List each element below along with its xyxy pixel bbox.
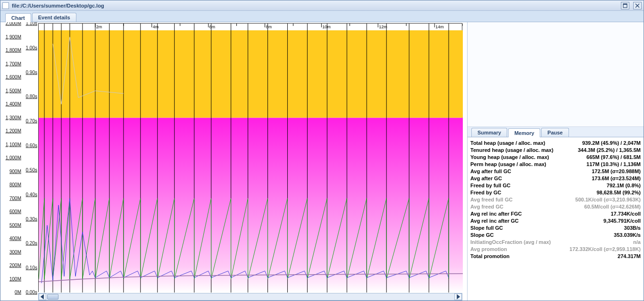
- y-mem-tick: 2,000M: [6, 22, 21, 26]
- y-mem-tick: 900M: [9, 168, 21, 174]
- y-time-tick: 0.50s: [26, 167, 37, 172]
- y-mem-tick: 1,500M: [6, 88, 21, 93]
- stat-row: Young heap (usage / alloc. max)665M (97.…: [470, 153, 641, 160]
- stat-row: Tenured heap (usage / alloc. max)344.3M …: [470, 146, 641, 153]
- tab-summary[interactable]: Summary: [471, 128, 507, 137]
- y-mem-tick: 500M: [9, 222, 21, 227]
- y-mem-tick: 1,700M: [6, 61, 21, 66]
- memory-stats-body: Total heap (usage / alloc. max)939.2M (4…: [468, 137, 644, 301]
- side-tabs: Summary Memory Pause: [468, 127, 644, 137]
- stat-row: Freed by GC98,628.5M (99.2%): [470, 189, 641, 196]
- stat-label: Freed by GC: [470, 190, 501, 195]
- y-mem-tick: 600M: [9, 209, 21, 214]
- y-axis-time: 0.00s0.10s0.20s0.30s0.40s0.50s0.60s0.70s…: [22, 22, 38, 292]
- y-mem-tick: 1,400M: [6, 101, 21, 107]
- chart-pane: 0M100M200M300M400M500M600M700M800M900M1,…: [0, 22, 468, 301]
- stat-row: Slope full GC303B/s: [470, 224, 641, 231]
- svg-text:14m: 14m: [435, 25, 444, 29]
- stat-label: Freed by full GC: [470, 183, 510, 188]
- y-mem-tick: 800M: [9, 182, 21, 187]
- stat-label: Avg freed full GC: [470, 197, 512, 202]
- app-window: file:/C:/Users/summer/Desktop/gc.log Cha…: [0, 0, 644, 301]
- chart-body: 0M100M200M300M400M500M600M700M800M900M1,…: [0, 22, 467, 301]
- y-mem-tick: 100M: [9, 276, 21, 281]
- y-mem-tick: 1,200M: [6, 128, 21, 134]
- stat-label: InitiatingOccFraction (avg / max): [470, 239, 551, 245]
- stat-row: Freed by full GC792.1M (0.8%): [470, 182, 641, 189]
- y-mem-tick: 700M: [9, 195, 21, 201]
- svg-text:6m: 6m: [209, 25, 216, 29]
- tab-pause[interactable]: Pause: [541, 128, 569, 137]
- y-time-tick: 0.00s: [26, 290, 37, 295]
- stat-value: 792.1M (0.8%): [607, 183, 641, 188]
- stat-label: Avg freed GC: [470, 204, 503, 209]
- stat-label: Slope full GC: [470, 225, 503, 231]
- y-time-tick: 0.90s: [26, 69, 37, 75]
- svg-text:2m: 2m: [96, 25, 102, 29]
- svg-rect-4: [39, 118, 463, 293]
- document-icon: [2, 2, 9, 9]
- stat-value: 500.1K/coll (σ=3,210.963K): [575, 197, 641, 202]
- stat-value: n/a: [633, 239, 641, 245]
- stat-row: Avg freed GC60.5M/coll (σ=42.626M): [470, 203, 641, 210]
- scroll-left-button[interactable]: [39, 293, 46, 300]
- horizontal-scrollbar[interactable]: [38, 293, 462, 301]
- y-time-tick: 0.70s: [26, 118, 37, 124]
- scroll-thumb[interactable]: [47, 294, 59, 300]
- stat-value: 60.5M/coll (σ=42.626M): [584, 204, 641, 209]
- svg-text:8m: 8m: [266, 25, 272, 29]
- scroll-right-button[interactable]: [454, 293, 462, 300]
- y-time-tick: 0.30s: [26, 216, 37, 221]
- stat-label: Total promotion: [470, 253, 510, 259]
- stat-row: Perm heap (usage / alloc. max)117M (10.3…: [470, 160, 641, 167]
- maximize-button[interactable]: [621, 2, 629, 9]
- stat-row: Total promotion274.317M: [470, 252, 641, 259]
- stat-row: Avg rel inc after FGC17.734K/coll: [470, 210, 641, 217]
- tab-memory[interactable]: Memory: [508, 128, 540, 137]
- svg-text:4m: 4m: [153, 25, 159, 29]
- close-button[interactable]: [633, 2, 642, 9]
- content: 0M100M200M300M400M500M600M700M800M900M1,…: [0, 22, 644, 301]
- plot-area[interactable]: 2m4m6m8m10m12m14m: [38, 23, 462, 292]
- stat-label: Perm heap (usage / alloc. max): [470, 161, 546, 167]
- svg-rect-1: [623, 4, 627, 5]
- stat-label: Avg promotion: [470, 246, 507, 252]
- stat-value: 939.2M (45.9%) / 2,047M: [582, 140, 641, 146]
- stat-value: 303B/s: [624, 225, 641, 231]
- stat-row: Avg freed full GC500.1K/coll (σ=3,210.96…: [470, 196, 641, 203]
- stat-value: 344.3M (25.2%) / 1,365.5M: [578, 147, 641, 153]
- y-mem-tick: 200M: [9, 263, 21, 268]
- stat-row: Total heap (usage / alloc. max)939.2M (4…: [470, 139, 641, 146]
- stat-label: Avg after full GC: [470, 168, 511, 174]
- y-mem-tick: 1,000M: [6, 155, 21, 160]
- stat-value: 665M (97.6%) / 681.5M: [586, 154, 641, 160]
- y-mem-tick: 1,600M: [6, 75, 21, 80]
- y-mem-tick: 400M: [9, 236, 21, 241]
- stat-label: Tenured heap (usage / alloc. max): [470, 147, 553, 153]
- y-axis-memory: 0M100M200M300M400M500M600M700M800M900M1,…: [0, 22, 22, 292]
- stat-value: 274.317M: [618, 253, 641, 259]
- stat-row: Avg rel inc after GC9,345.791K/coll: [470, 217, 641, 224]
- stat-label: Young heap (usage / alloc. max): [470, 154, 549, 160]
- y-time-tick: 0.40s: [26, 192, 37, 197]
- side-panel: Summary Memory Pause Total heap (usage /…: [468, 22, 644, 301]
- side-top-blank: [468, 22, 644, 127]
- y-mem-tick: 0M: [15, 290, 21, 295]
- stat-label: Avg rel inc after GC: [470, 218, 519, 224]
- stat-row: Avg after full GC172.5M (σ=20.988M): [470, 167, 641, 175]
- scroll-track[interactable]: [46, 293, 454, 300]
- y-mem-tick: 1,800M: [6, 48, 21, 53]
- stat-row: Avg promotion172.332K/coll (σ=2,959.118K…: [470, 245, 641, 252]
- y-mem-tick: 1,300M: [6, 115, 21, 120]
- y-time-tick: 0.10s: [26, 265, 37, 270]
- svg-marker-52: [41, 294, 44, 299]
- tab-chart[interactable]: Chart: [5, 13, 31, 22]
- stat-value: 172.5M (σ=20.988M): [592, 168, 641, 174]
- stat-label: Avg rel inc after FGC: [470, 211, 522, 217]
- stat-value: 353.039K/s: [614, 232, 641, 238]
- stat-row: Avg after GC173.6M (σ=23.524M): [470, 175, 641, 182]
- window-title: file:/C:/Users/summer/Desktop/gc.log: [12, 3, 104, 8]
- stat-value: 173.6M (σ=23.524M): [592, 176, 641, 181]
- tab-event-details[interactable]: Event details: [32, 13, 76, 22]
- titlebar: file:/C:/Users/summer/Desktop/gc.log: [0, 0, 644, 11]
